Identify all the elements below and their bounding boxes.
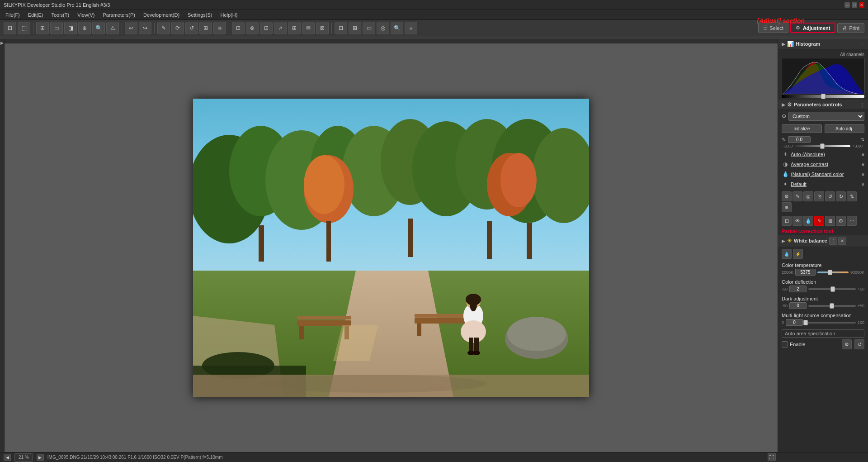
deflection-value[interactable] — [789, 286, 807, 292]
tool-btn-5[interactable]: ↺ — [825, 191, 835, 201]
auto-adj-button[interactable]: Auto adj. — [825, 124, 865, 133]
auto-btn-1[interactable]: ⚙ — [842, 339, 852, 349]
color-label[interactable]: (Natural) Standard color — [791, 171, 860, 177]
toolbar-btn-23[interactable]: ▭ — [363, 22, 375, 34]
print-button[interactable]: 🖨 Print — [837, 23, 864, 33]
initialize-button[interactable]: Initialize — [782, 124, 822, 133]
exposure-value[interactable] — [788, 136, 811, 143]
tool-btn-4[interactable]: ⊡ — [814, 191, 824, 201]
fullscreen-button[interactable]: ⛶ — [768, 453, 776, 461]
ct-value[interactable] — [795, 269, 816, 276]
ct-slider-thumb[interactable] — [828, 270, 832, 275]
exposure-expand-icon[interactable]: ⇅ — [861, 137, 864, 142]
menu-edit[interactable]: Edit(E) — [24, 11, 47, 19]
wb-pipette-btn[interactable]: 💧 — [782, 249, 792, 259]
toolbar-btn-9[interactable]: ✎ — [157, 22, 170, 34]
menu-tools[interactable]: Tools(T) — [47, 11, 73, 19]
tool-btn-2[interactable]: ✎ — [793, 191, 802, 201]
exposure-slider-thumb[interactable] — [820, 143, 825, 149]
wb-tools-row: 💧 ⚡ — [778, 247, 868, 261]
wb-tool-btn-2[interactable]: ✕ — [838, 237, 846, 245]
preset-select[interactable]: Custom — [788, 112, 864, 121]
toolbar-btn-13[interactable]: ≋ — [213, 22, 226, 34]
toolbar-btn-21[interactable]: ⊡ — [335, 22, 347, 34]
tool-btn-brush-active[interactable]: ✎ — [814, 216, 824, 226]
toolbar-btn-16[interactable]: ⊡ — [260, 22, 273, 34]
tool-btn-eraser[interactable]: ⊠ — [825, 216, 835, 226]
adjustment-tab[interactable]: ⚙ Adjustment — [790, 23, 836, 33]
toolbar-btn-7[interactable]: 🔍 — [92, 22, 105, 34]
tool-btn-more[interactable]: ⋯ — [847, 216, 857, 226]
toolbar-btn-10[interactable]: ⟳ — [171, 22, 184, 34]
toolbar-btn-12[interactable]: ⊞ — [199, 22, 212, 34]
tool-btn-3[interactable]: ◎ — [803, 191, 813, 201]
histogram-slider[interactable] — [782, 95, 864, 98]
toolbar-btn-25[interactable]: 🔍 — [391, 22, 403, 34]
wb-tool-btn-1[interactable]: ⋮ — [829, 237, 837, 245]
tool-btn-7[interactable]: ⇅ — [847, 191, 857, 201]
multi-light-thumb[interactable] — [803, 320, 808, 325]
toolbar-btn-2[interactable]: ⬚ — [18, 22, 30, 34]
deflection-slider[interactable] — [808, 288, 856, 290]
enable-checkbox[interactable] — [782, 341, 788, 348]
toolbar-btn-11[interactable]: ↺ — [185, 22, 198, 34]
menu-settings[interactable]: Settings(S) — [184, 11, 216, 19]
histogram-slider-thumb[interactable] — [821, 94, 826, 99]
tool-btn-6[interactable]: ↻ — [836, 191, 846, 201]
auto-exposure-label[interactable]: Auto (Absolute) — [791, 152, 860, 157]
dark-adj-value[interactable] — [789, 302, 807, 309]
maximize-button[interactable]: □ — [852, 2, 857, 8]
nav-next-btn[interactable]: ▶ — [37, 454, 44, 461]
prev-button[interactable]: ◀ — [4, 454, 11, 461]
deflection-thumb[interactable] — [830, 286, 835, 292]
auto-btn-2[interactable]: ↺ — [854, 339, 864, 349]
image-area[interactable] — [5, 39, 778, 452]
ruler-marker[interactable]: ▶ — [0, 39, 4, 47]
menu-file[interactable]: File(F) — [2, 11, 24, 19]
menu-parameters[interactable]: Parameters(P) — [99, 11, 139, 19]
toolbar-btn-18[interactable]: ⊞ — [288, 22, 301, 34]
toolbar-btn-17[interactable]: ↗ — [274, 22, 287, 34]
toolbar-btn-8[interactable]: ⚠ — [106, 22, 119, 34]
nav-prev-btn[interactable]: ◀ — [4, 454, 11, 461]
dark-adj-thumb[interactable] — [830, 303, 834, 309]
minimize-button[interactable]: ─ — [844, 2, 850, 8]
toolbar-btn-14[interactable]: ⊡ — [232, 22, 245, 34]
toolbar-btn-5[interactable]: ◨ — [64, 22, 77, 34]
select-button[interactable]: ☰ Select — [758, 23, 788, 33]
tool-btn-mask[interactable]: ⊡ — [782, 216, 792, 226]
toolbar-btn-undo[interactable]: ↩ — [125, 22, 137, 34]
toolbar-btn-24[interactable]: ◎ — [377, 22, 389, 34]
toolbar-btn-3[interactable]: ⊞ — [36, 22, 49, 34]
toolbar-btn-22[interactable]: ⊞ — [349, 22, 361, 34]
histogram-section-header[interactable]: ▶ 📊 Histogram ⋮ — [778, 39, 868, 49]
next-button[interactable]: ▶ — [37, 454, 44, 461]
tool-btn-eye[interactable]: 👁 — [793, 216, 802, 226]
menu-help[interactable]: Help(H) — [217, 11, 241, 19]
toolbar-btn-20[interactable]: ⊠ — [316, 22, 329, 34]
wb-header[interactable]: ▶ ☀ White balance ⋮ ✕ — [778, 235, 868, 247]
tool-btn-1[interactable]: ⚙ — [782, 191, 792, 201]
toolbar-btn-redo[interactable]: ↪ — [139, 22, 151, 34]
exposure-slider-track[interactable] — [795, 145, 851, 147]
multi-light-slider[interactable] — [805, 322, 856, 324]
ct-slider[interactable] — [817, 271, 849, 273]
toolbar-btn-15[interactable]: ⊗ — [246, 22, 259, 34]
toolbar-btn-4[interactable]: ▭ — [50, 22, 63, 34]
tool-btn-settings[interactable]: ⚙ — [836, 216, 846, 226]
default-label[interactable]: Default — [791, 181, 860, 187]
wb-auto-btn[interactable]: ⚡ — [793, 249, 803, 259]
toolbar-btn-6[interactable]: ⊕ — [78, 22, 91, 34]
tool-btn-8[interactable]: ≡ — [782, 202, 792, 212]
tool-btn-dropper[interactable]: 💧 — [803, 216, 813, 226]
contrast-label[interactable]: Average contrast — [791, 162, 860, 167]
menu-development[interactable]: Development(D) — [140, 11, 183, 19]
toolbar-btn-19[interactable]: ✉ — [302, 22, 315, 34]
multi-light-value[interactable] — [786, 319, 803, 326]
menu-view[interactable]: View(V) — [74, 11, 98, 19]
toolbar-btn-1[interactable]: ⊡ — [4, 22, 16, 34]
close-button[interactable]: ✕ — [859, 2, 864, 8]
dark-adj-slider[interactable] — [808, 305, 856, 307]
toolbar-btn-26[interactable]: ≡ — [405, 22, 417, 34]
params-header[interactable]: ▶ ⚙ Parameters controls ⋮ — [778, 100, 868, 110]
